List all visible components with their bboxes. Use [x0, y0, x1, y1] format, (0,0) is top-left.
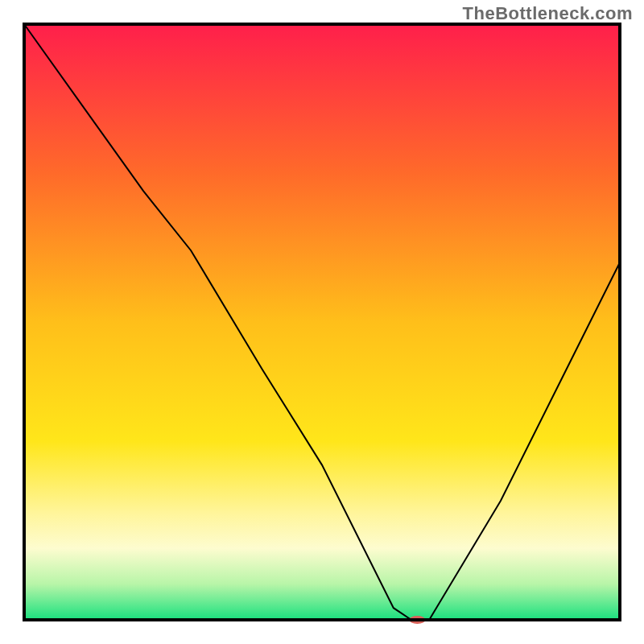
plot-area: [24, 24, 620, 624]
bottleneck-chart: [0, 0, 644, 644]
gradient-background: [24, 24, 620, 620]
watermark-text: TheBottleneck.com: [463, 3, 633, 24]
chart-container: TheBottleneck.com: [0, 0, 644, 644]
